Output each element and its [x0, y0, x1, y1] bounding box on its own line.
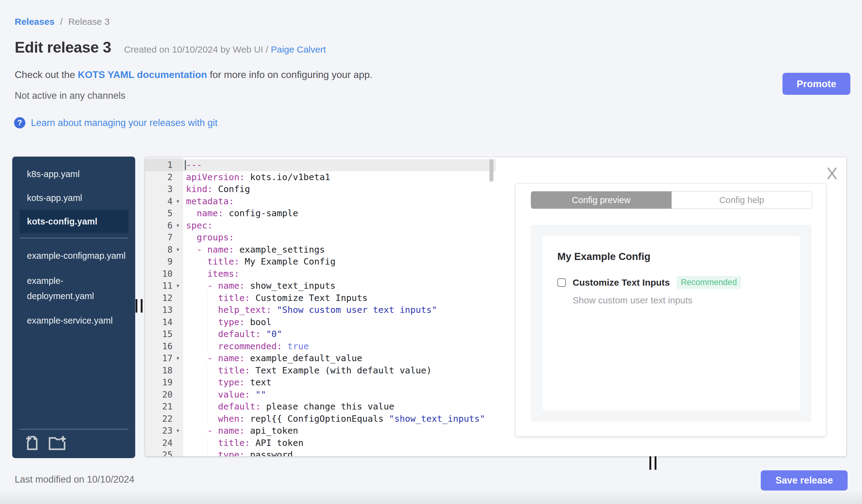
- code-line[interactable]: 4▾metadata:: [145, 196, 496, 208]
- code-token: [282, 341, 287, 352]
- code-line[interactable]: 5 name: config-sample: [145, 207, 496, 220]
- customize-text-inputs-checkbox[interactable]: [557, 278, 566, 287]
- created-meta: Created on 10/10/2024 by Web UI / Paige …: [124, 44, 326, 55]
- code-token: - name:: [186, 353, 245, 363]
- new-folder-icon[interactable]: [48, 436, 67, 451]
- fold-arrow-icon[interactable]: ▾: [172, 352, 183, 364]
- code-line[interactable]: 9 title: My Example Config: [145, 256, 496, 268]
- code-token: show_text_inputs: [245, 280, 336, 291]
- code-line[interactable]: 1---: [145, 159, 496, 171]
- code-line[interactable]: 6▾spec:: [145, 220, 496, 232]
- docs-line: Check out the KOTS YAML documentation fo…: [15, 69, 862, 80]
- code-line[interactable]: 17▾ - name: example_default_value: [145, 352, 496, 364]
- save-release-button[interactable]: Save release: [761, 470, 848, 491]
- author-link[interactable]: Paige Calvert: [271, 44, 326, 54]
- code-token: items:: [186, 268, 239, 279]
- code-token: "": [256, 389, 266, 400]
- fold-arrow-icon[interactable]: ▾: [172, 196, 183, 208]
- code-token: kots.io/v1beta1: [245, 172, 330, 182]
- breadcrumb-releases-link[interactable]: Releases: [15, 16, 54, 27]
- file-item[interactable]: example-configmap.yaml: [12, 243, 135, 268]
- code-line[interactable]: 7 groups:: [145, 231, 496, 244]
- fold-spacer: [172, 304, 183, 316]
- code-token: title:: [186, 293, 250, 303]
- code-line[interactable]: 18 title: Text Example (with default val…: [145, 364, 496, 377]
- fold-spacer: [172, 231, 183, 244]
- code-line[interactable]: 14 type: bool: [145, 316, 496, 329]
- code-line[interactable]: 21 default: please change this value: [145, 401, 496, 413]
- tab-config-help[interactable]: Config help: [671, 191, 812, 209]
- editor-panel: 1---2apiVersion: kots.io/v1beta13kind: C…: [145, 157, 847, 456]
- line-number: 9: [145, 256, 172, 268]
- git-docs-link[interactable]: Learn about managing your releases with …: [31, 117, 218, 129]
- code-line[interactable]: 24 title: API token: [145, 437, 496, 449]
- code-token: bool: [245, 317, 271, 327]
- promote-button[interactable]: Promote: [782, 73, 850, 95]
- tab-config-preview[interactable]: Config preview: [531, 191, 671, 209]
- file-item[interactable]: example-deployment.yaml: [12, 268, 135, 308]
- code-line[interactable]: 8▾ - name: example_settings: [145, 244, 496, 256]
- code-line[interactable]: 2apiVersion: kots.io/v1beta1: [145, 171, 496, 184]
- code-token: Text Example (with default value): [250, 365, 432, 375]
- new-file-icon[interactable]: [26, 436, 40, 451]
- code-line[interactable]: 11▾ - name: show_text_inputs: [145, 280, 496, 292]
- line-number: 3: [145, 183, 172, 196]
- kots-docs-link[interactable]: KOTS YAML documentation: [78, 69, 207, 80]
- code-token: - name:: [186, 425, 245, 436]
- footer-gradient: [0, 490, 862, 504]
- code-token: type:: [186, 450, 245, 456]
- code-token: - name:: [186, 244, 234, 255]
- close-icon[interactable]: [825, 167, 839, 181]
- fold-spacer: [172, 256, 183, 268]
- fold-spacer: [172, 401, 183, 413]
- code-token: type:: [186, 317, 245, 327]
- yaml-editor[interactable]: 1---2apiVersion: kots.io/v1beta13kind: C…: [145, 157, 496, 456]
- code-token: spec:: [186, 220, 213, 230]
- file-item[interactable]: kots-config.yaml: [19, 210, 129, 233]
- config-item-row: Customize Text Inputs Recommended: [557, 276, 800, 289]
- config-item-label: Customize Text Inputs: [573, 277, 670, 288]
- code-line[interactable]: 16 recommended: true: [145, 340, 496, 353]
- line-number: 19: [145, 376, 172, 389]
- code-lines: 1---2apiVersion: kots.io/v1beta13kind: C…: [145, 159, 496, 456]
- code-token: apiVersion:: [186, 172, 245, 182]
- code-token: recommended:: [186, 341, 282, 352]
- breadcrumb-separator: /: [60, 16, 62, 27]
- text-cursor: [185, 160, 186, 170]
- line-number: 6: [145, 220, 172, 232]
- code-token: [271, 305, 276, 315]
- fold-arrow-icon[interactable]: ▾: [172, 280, 183, 292]
- line-number: 21: [145, 401, 172, 413]
- code-line[interactable]: 23▾ - name: api_token: [145, 425, 496, 437]
- file-item[interactable]: kots-app.yaml: [12, 186, 135, 210]
- fold-arrow-icon[interactable]: ▾: [172, 220, 183, 232]
- code-line[interactable]: 13 help_text: "Show custom user text inp…: [145, 304, 496, 316]
- file-item[interactable]: k8s-app.yaml: [12, 162, 135, 186]
- code-token: config-sample: [223, 208, 298, 218]
- sidebar-resize-handle[interactable]: [135, 299, 143, 313]
- code-line[interactable]: 10 items:: [145, 268, 496, 280]
- editor-scrollbar-thumb[interactable]: [489, 159, 493, 182]
- code-line[interactable]: 12 title: Customize Text Inputs: [145, 292, 496, 304]
- fold-arrow-icon[interactable]: ▾: [172, 244, 183, 256]
- code-line[interactable]: 20 value: "": [145, 389, 496, 401]
- fold-spacer: [172, 316, 183, 329]
- code-line[interactable]: 19 type: text: [145, 376, 496, 389]
- config-preview-panel: Config preview Config help My Example Co…: [515, 183, 826, 437]
- preview-resize-handle[interactable]: [649, 456, 656, 470]
- fold-spacer: [172, 364, 183, 377]
- file-sidebar: k8s-app.yamlkots-app.yamlkots-config.yam…: [12, 157, 135, 458]
- config-group-title: My Example Config: [557, 251, 800, 262]
- code-line[interactable]: 22 when: repl{{ ConfigOptionEquals "show…: [145, 413, 496, 425]
- code-line[interactable]: 3kind: Config: [145, 183, 496, 196]
- file-list-divider: [19, 238, 129, 238]
- code-token: password: [245, 450, 293, 456]
- line-number: 14: [145, 316, 172, 329]
- config-item-help: Show custom user text inputs: [573, 295, 800, 306]
- code-token: ---: [186, 160, 202, 170]
- code-line[interactable]: 25 type: password: [145, 449, 496, 456]
- code-line[interactable]: 15 default: "0": [145, 328, 496, 340]
- fold-spacer: [172, 207, 183, 220]
- file-item[interactable]: example-service.yaml: [12, 308, 135, 332]
- fold-arrow-icon[interactable]: ▾: [172, 425, 183, 437]
